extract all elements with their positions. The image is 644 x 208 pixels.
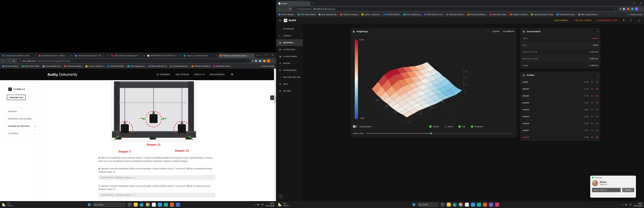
trash-icon[interactable] bbox=[596, 136, 598, 139]
collapse-chevron-icon[interactable]: ▾ bbox=[597, 31, 598, 33]
bookmark-item[interactable]: Ochranné známky j... bbox=[339, 13, 360, 16]
clear-button[interactable]: CLEAR bbox=[492, 31, 499, 33]
bookmark-item[interactable]: CNC Router Model... bbox=[296, 13, 318, 16]
tab-close-icon[interactable]: ✕ bbox=[180, 55, 181, 57]
tab-close-icon[interactable]: ✕ bbox=[216, 55, 217, 57]
ratos-nav-item[interactable]: ↺ HISTORY bbox=[276, 60, 303, 67]
docs-sidebar-item[interactable]: UVEDENÍ DO PROVOZU ▾ bbox=[3, 122, 40, 130]
bookmark-item[interactable]: Sada příslušenství Troop... bbox=[530, 13, 556, 16]
tray-overflow-icon[interactable]: ∧ bbox=[622, 204, 623, 206]
taskbar-app-icon[interactable] bbox=[483, 203, 487, 207]
back-button[interactable]: ← bbox=[278, 8, 282, 10]
taskbar-app-icon[interactable] bbox=[170, 203, 174, 207]
trash-icon[interactable] bbox=[596, 88, 598, 90]
profile-row[interactable]: default 0.209 ↻ bbox=[520, 79, 600, 86]
bookmark-star-icon[interactable]: ☆ bbox=[614, 8, 616, 10]
weather-widget[interactable]: 1°COblačno bbox=[278, 202, 303, 207]
bookmark-item[interactable]: Stříbrný dvoulůžký a... bbox=[190, 65, 212, 68]
buy-now-button[interactable]: Nakupujte nyní bbox=[7, 95, 26, 100]
tab-close-icon[interactable]: ✕ bbox=[144, 55, 145, 57]
hamburger-menu-icon[interactable]: ≡ bbox=[279, 19, 281, 22]
taskbar-app-icon[interactable] bbox=[441, 203, 445, 207]
profile-action-icon[interactable]: ✎ bbox=[590, 136, 594, 139]
back-button[interactable]: ← bbox=[2, 60, 6, 62]
profile-action-icon[interactable]: ↻ bbox=[590, 115, 594, 118]
toast-minimize-icon[interactable]: ─ bbox=[630, 177, 631, 179]
docs-search-icon[interactable] bbox=[231, 73, 233, 76]
ratos-nav-item[interactable]: ◉ G-CODE VIEWER bbox=[276, 53, 303, 60]
profile-row[interactable]: default6 0.194 ↻ bbox=[520, 120, 600, 127]
reply-input[interactable] bbox=[592, 188, 621, 192]
tab-close-icon[interactable]: ✕ bbox=[35, 55, 36, 57]
bookmark-item[interactable]: June advokátní kan... bbox=[42, 65, 63, 68]
page-scrollbar[interactable] bbox=[274, 69, 276, 201]
reload-button[interactable]: ↻ bbox=[288, 8, 292, 11]
browser-tab[interactable]: BIGTREETECH-OCTOPUS-V1.0... ✕ bbox=[146, 53, 182, 58]
taskbar-app-icon[interactable] bbox=[471, 203, 475, 207]
heightmap-checkbox[interactable]: Probed bbox=[429, 125, 439, 128]
home-button[interactable]: ⌂ bbox=[487, 30, 488, 33]
zmax-slider[interactable] bbox=[366, 133, 514, 134]
close-button[interactable]: ✕ bbox=[638, 0, 644, 6]
bookmark-item[interactable]: Čistící kapalina pro... bbox=[402, 13, 423, 16]
slider-thumb[interactable] bbox=[430, 132, 432, 134]
bookmark-item[interactable]: Authenticate Domai... bbox=[556, 13, 577, 16]
start-button[interactable] bbox=[88, 203, 90, 206]
tab-close-icon[interactable]: ✕ bbox=[71, 55, 72, 57]
taskbar-search[interactable]: Hledat bbox=[92, 202, 126, 207]
bookmark-item[interactable]: Licence, ochranná z... bbox=[84, 65, 106, 68]
docs-nav-link[interactable]: 3D TISKÁRNY bbox=[156, 73, 170, 76]
taskbar-app-icon[interactable] bbox=[134, 203, 138, 207]
trash-icon[interactable] bbox=[596, 122, 598, 125]
taskbar-app-icon[interactable] bbox=[176, 203, 180, 207]
profile-action-icon[interactable]: ↻ bbox=[590, 108, 594, 111]
bookmark-item[interactable]: 3D printed webcam... bbox=[169, 65, 190, 68]
trash-icon[interactable] bbox=[596, 81, 598, 83]
taskbar-app-icon[interactable] bbox=[158, 203, 162, 207]
bookmark-item[interactable]: Licence, ochranná z... bbox=[360, 13, 382, 16]
extension-icon[interactable] bbox=[631, 8, 633, 10]
profile-row[interactable]: default1 0.215 ↻ bbox=[520, 86, 600, 92]
power-icon[interactable] bbox=[638, 19, 641, 22]
ratos-logo[interactable]: R RatOS bbox=[284, 19, 296, 22]
profile-row[interactable]: default8 0.196 ✎ bbox=[520, 134, 600, 141]
minimize-button[interactable]: ─ bbox=[256, 53, 263, 58]
maximize-button[interactable]: ▢ bbox=[263, 53, 270, 58]
taskbar-app-icon[interactable] bbox=[140, 203, 144, 207]
taskbar-app-icon[interactable] bbox=[447, 203, 451, 207]
docs-nav-link[interactable]: SPOLEČNOSTI bbox=[210, 73, 225, 76]
collapse-chevron-icon[interactable]: ▾ bbox=[597, 74, 598, 76]
extension-icon[interactable] bbox=[623, 8, 625, 10]
extension-icon[interactable] bbox=[627, 8, 629, 10]
bookmark-item[interactable]: June advokátní kan... bbox=[318, 13, 339, 16]
scale-gradient-toggle[interactable] bbox=[353, 125, 358, 128]
bookmark-star-icon[interactable]: ☆ bbox=[246, 60, 248, 62]
taskbar-app-icon[interactable] bbox=[453, 203, 457, 207]
bookmark-item[interactable]: Čistící kapalina pro... bbox=[126, 65, 147, 68]
clock-widget[interactable]: 18:51 20.10.2025 bbox=[266, 202, 274, 207]
bookmark-item[interactable]: CNC Router Model... bbox=[20, 65, 42, 68]
calibrate-button[interactable]: CALIBRATE bbox=[503, 31, 514, 33]
profile-row[interactable]: default4 0.556 ↻ bbox=[520, 106, 600, 113]
profile-action-icon[interactable]: ↻ bbox=[590, 95, 594, 97]
address-bar[interactable]: ⓘ Nezabezpečeno 192.168.10.173/heightmap… bbox=[293, 7, 618, 11]
tab-close-icon[interactable]: ✕ bbox=[107, 55, 108, 57]
browser-tab[interactable]: RatOS ✕ bbox=[277, 1, 310, 6]
heightmap-checkbox[interactable]: Flat bbox=[458, 125, 465, 128]
notifications-bell-icon[interactable] bbox=[622, 19, 625, 22]
docs-nav-link[interactable]: DĚDICTVÍ bbox=[194, 73, 204, 76]
docs-sidebar-item[interactable]: VYLEPŠENÍ ▾ bbox=[3, 130, 40, 137]
docs-nav-link[interactable]: CNC STROJE bbox=[176, 73, 189, 76]
profile-row[interactable]: default3 0.227 ↻ bbox=[520, 99, 600, 106]
docs-sidebar-item[interactable]: PRŮVODCE SESTAVENÍM bbox=[3, 115, 40, 122]
help-button[interactable]: ? bbox=[278, 194, 282, 199]
bookmark-item[interactable]: 3D tisk: Modely j... bbox=[278, 13, 296, 16]
taskbar-app-icon[interactable] bbox=[146, 203, 150, 207]
taskbar-app-icon[interactable] bbox=[128, 203, 132, 207]
site-info-icon[interactable]: ⓘ bbox=[19, 60, 21, 62]
taskbar-app-icon[interactable] bbox=[495, 203, 499, 207]
forward-button[interactable]: → bbox=[7, 60, 11, 62]
browser-tab[interactable]: Doručená pošta (15) - miklas.v... ✕ bbox=[38, 53, 74, 58]
extension-icon[interactable] bbox=[263, 60, 265, 62]
ratos-nav-item[interactable]: ▦ HEIGHTMAP bbox=[276, 39, 303, 46]
